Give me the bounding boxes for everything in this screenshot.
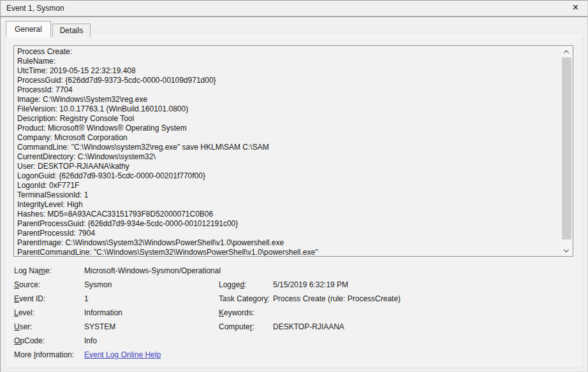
event-text-line: Product: Microsoft® Windows® Operating S… — [17, 124, 561, 133]
event-properties-pane: Event 1, Sysmon ✕ General Details Proces… — [0, 0, 588, 372]
scrollbar-thumb[interactable] — [562, 57, 571, 240]
detail-value: 5/15/2019 6:32:19 PM — [273, 280, 582, 289]
vertical-scrollbar[interactable] — [561, 46, 572, 255]
title-bar: Event 1, Sysmon ✕ — [1, 1, 587, 17]
event-text-line: CurrentDirectory: C:\Windows\system32\ — [17, 152, 561, 162]
tab-general-label: General — [15, 25, 42, 34]
event-text-line: CommandLine: "C:\Windows\system32\reg.ex… — [17, 143, 561, 152]
detail-label: Keywords: — [219, 308, 273, 317]
event-text-line: User: DESKTOP-RJIAANA\kathy — [17, 162, 561, 171]
event-text-line: Description: Registry Console Tool — [17, 114, 561, 124]
detail-row: Level:InformationKeywords: — [14, 306, 582, 320]
chevron-down-icon — [564, 247, 569, 252]
tab-details[interactable]: Details — [52, 24, 91, 37]
close-icon[interactable]: ✕ — [572, 3, 579, 12]
detail-row: More Information:Event Log Online Help — [14, 348, 582, 362]
detail-label: Event ID: — [14, 294, 84, 303]
pane-title: Event 1, Sysmon — [6, 4, 64, 13]
scroll-up-button[interactable] — [561, 46, 572, 57]
chevron-up-icon — [564, 50, 569, 55]
detail-label: Task Category: — [219, 294, 273, 303]
detail-value: 1 — [84, 294, 219, 303]
detail-value: Process Create (rule: ProcessCreate) — [273, 294, 582, 303]
scroll-down-button[interactable] — [561, 245, 572, 255]
event-text-line: ParentProcessId: 7904 — [17, 229, 561, 238]
detail-label: OpCode: — [14, 336, 84, 345]
general-tab-page: Process Create:RuleName:UtcTime: 2019-05… — [4, 36, 583, 368]
event-text-line: ParentImage: C:\Windows\System32\Windows… — [17, 238, 561, 248]
event-text-line: Image: C:\Windows\System32\reg.exe — [17, 95, 561, 104]
detail-label: Logged: — [219, 280, 273, 289]
tab-details-label: Details — [60, 26, 84, 35]
event-text-line: ProcessGuid: {626dd7d9-9373-5cdc-0000-00… — [17, 76, 561, 85]
detail-value: Information — [84, 308, 219, 317]
detail-label: User: — [14, 322, 84, 331]
event-text-line: RuleName: — [17, 57, 561, 66]
detail-value: DESKTOP-RJIAANA — [273, 322, 582, 331]
tab-bar: General Details — [1, 17, 587, 37]
detail-label: Log Name: — [14, 266, 84, 275]
event-text-line: ProcessId: 7704 — [17, 85, 561, 95]
event-text-line: TerminalSessionId: 1 — [17, 190, 561, 200]
detail-row: Log Name:Microsoft-Windows-Sysmon/Operat… — [14, 264, 582, 278]
detail-value: Microsoft-Windows-Sysmon/Operational — [84, 266, 582, 275]
detail-value: SYSTEM — [84, 322, 219, 331]
event-text-line: LogonId: 0xF771F — [17, 181, 561, 190]
detail-row: Source:SysmonLogged:5/15/2019 6:32:19 PM — [14, 278, 582, 292]
tab-general[interactable]: General — [6, 21, 51, 38]
detail-row: Event ID:1Task Category:Process Create (… — [14, 292, 582, 306]
detail-label: More Information: — [14, 350, 84, 359]
event-text-line: IntegrityLevel: High — [17, 200, 561, 210]
detail-label: Source: — [14, 280, 84, 289]
event-text-line: Company: Microsoft Corporation — [17, 133, 561, 143]
detail-label: Computer: — [219, 322, 273, 331]
detail-row: User:SYSTEMComputer:DESKTOP-RJIAANA — [14, 320, 582, 334]
event-text-line: Process Create: — [17, 47, 561, 57]
event-text-line: LogonGuid: {626dd7d9-9301-5cdc-0000-0020… — [17, 171, 561, 181]
event-description-box[interactable]: Process Create:RuleName:UtcTime: 2019-05… — [13, 45, 573, 257]
event-details-footer: Log Name:Microsoft-Windows-Sysmon/Operat… — [4, 257, 582, 362]
event-text-line: ParentCommandLine: "C:\Windows\System32\… — [17, 248, 561, 256]
event-text-line: FileVersion: 10.0.17763.1 (WinBuild.1601… — [17, 104, 561, 114]
detail-value: Sysmon — [84, 280, 219, 289]
detail-row: OpCode:Info — [14, 334, 582, 348]
detail-label: Level: — [14, 308, 84, 317]
event-log-online-help-link[interactable]: Event Log Online Help — [84, 350, 582, 359]
event-description-text: Process Create:RuleName:UtcTime: 2019-05… — [14, 46, 561, 256]
event-text-line: Hashes: MD5=8A93ACAC33151793F8D52000071C… — [17, 210, 561, 219]
event-text-line: ParentProcessGuid: {626dd7d9-934e-5cdc-0… — [17, 219, 561, 229]
detail-value: Info — [84, 336, 219, 345]
event-text-line: UtcTime: 2019-05-15 22:32:19.408 — [17, 66, 561, 76]
